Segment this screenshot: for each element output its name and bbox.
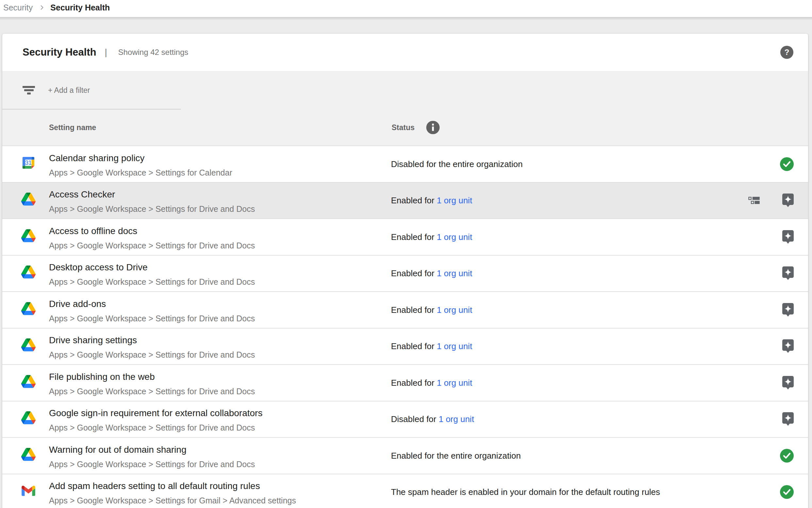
setting-status: Enabled for 1 org unit — [391, 268, 472, 279]
org-unit-link[interactable]: 1 org unit — [437, 378, 472, 387]
org-unit-link[interactable]: 1 org unit — [437, 305, 472, 314]
status-ok-check-icon — [780, 485, 794, 499]
setting-name: Drive sharing settings — [49, 334, 255, 346]
setting-status: Enabled for 1 org unit — [391, 378, 472, 388]
table-header: Setting name Status — [2, 110, 808, 146]
setting-path: Apps > Google Workspace > Settings for D… — [49, 204, 255, 214]
title-separator: | — [105, 47, 107, 57]
setting-status: Disabled for the entire organization — [391, 159, 523, 169]
settings-table: 31 Calendar sharing policy Apps > Google… — [2, 146, 808, 508]
security-health-card: Security Health | Showing 42 settings ? … — [2, 34, 808, 508]
info-icon[interactable] — [426, 121, 440, 134]
rules-applied-icon[interactable] — [748, 197, 760, 204]
setting-path: Apps > Google Workspace > Settings for D… — [49, 459, 255, 469]
recommendation-badge-icon[interactable] — [782, 412, 794, 426]
drive-app-icon — [21, 265, 36, 279]
status-ok-check-icon — [780, 157, 794, 171]
breadcrumb-current-page: Security Health — [50, 3, 110, 12]
setting-name: Desktop access to Drive — [49, 261, 255, 273]
setting-status: Disabled for 1 org unit — [391, 414, 474, 424]
settings-count: Showing 42 settings — [118, 48, 188, 57]
setting-path: Apps > Google Workspace > Settings for D… — [49, 386, 255, 396]
drive-app-icon — [21, 338, 36, 352]
filter-bar: + Add a filter — [2, 71, 808, 110]
drive-app-icon — [21, 193, 36, 206]
setting-name: Access to offline docs — [49, 225, 255, 237]
setting-path: Apps > Google Workspace > Settings for G… — [49, 495, 296, 506]
add-filter-button[interactable]: + Add a filter — [48, 86, 90, 95]
recommendation-badge-icon[interactable] — [782, 303, 794, 317]
setting-path: Apps > Google Workspace > Settings for D… — [49, 349, 255, 360]
drive-app-icon — [21, 411, 36, 425]
setting-name: Google sign-in requirement for external … — [49, 407, 262, 419]
recommendation-badge-icon[interactable] — [782, 194, 794, 207]
svg-text:?: ? — [784, 48, 790, 56]
table-row[interactable]: Drive sharing settings Apps > Google Wor… — [2, 329, 808, 365]
org-unit-link[interactable]: 1 org unit — [439, 414, 474, 424]
help-icon[interactable]: ? — [780, 46, 794, 59]
drive-app-icon — [21, 229, 36, 242]
recommendation-badge-icon[interactable] — [782, 339, 794, 353]
drive-app-icon — [21, 375, 36, 388]
table-row[interactable]: Access to offline docs Apps > Google Wor… — [2, 219, 808, 256]
recommendation-badge-icon[interactable] — [782, 376, 794, 390]
setting-name: Add spam headers setting to all default … — [49, 480, 296, 492]
table-row[interactable]: File publishing on the web Apps > Google… — [2, 365, 808, 401]
setting-name: Warning for out of domain sharing — [49, 443, 255, 455]
table-row[interactable]: Drive add-ons Apps > Google Workspace > … — [2, 292, 808, 329]
org-unit-link[interactable]: 1 org unit — [437, 196, 472, 205]
drive-app-icon — [21, 448, 36, 461]
recommendation-badge-icon[interactable] — [782, 266, 794, 280]
setting-status: Enabled for 1 org unit — [391, 196, 472, 206]
table-row[interactable]: Access Checker Apps > Google Workspace >… — [2, 183, 808, 219]
gmail-app-icon — [21, 485, 36, 496]
setting-path: Apps > Google Workspace > Settings for D… — [49, 240, 255, 251]
table-row[interactable]: Warning for out of domain sharing Apps >… — [2, 438, 808, 474]
recommendation-badge-icon[interactable] — [782, 230, 794, 244]
filter-icon[interactable] — [22, 86, 35, 94]
setting-path: Apps > Google Workspace > Settings for D… — [49, 277, 255, 287]
card-header: Security Health | Showing 42 settings ? — [2, 34, 808, 71]
breadcrumb-security-link[interactable]: Security — [3, 3, 33, 12]
org-unit-link[interactable]: 1 org unit — [437, 232, 472, 242]
org-unit-link[interactable]: 1 org unit — [437, 341, 472, 351]
setting-name: Calendar sharing policy — [49, 152, 232, 164]
setting-status: Enabled for 1 org unit — [391, 341, 472, 351]
setting-name: Drive add-ons — [49, 298, 255, 309]
setting-status: Enabled for 1 org unit — [391, 232, 472, 242]
table-row[interactable]: Desktop access to Drive Apps > Google Wo… — [2, 256, 808, 292]
column-header-status: Status — [392, 123, 415, 132]
table-row[interactable]: Google sign-in requirement for external … — [2, 401, 808, 438]
calendar-app-icon: 31 — [21, 157, 36, 169]
org-unit-link[interactable]: 1 org unit — [437, 268, 472, 278]
svg-text:31: 31 — [25, 160, 32, 166]
setting-path: Apps > Google Workspace > Settings for D… — [49, 422, 262, 433]
status-ok-check-icon — [780, 449, 794, 463]
drive-app-icon — [21, 302, 36, 315]
setting-status: Enabled for the entire organization — [391, 451, 521, 461]
column-header-setting-name: Setting name — [49, 123, 96, 132]
setting-path: Apps > Google Workspace > Settings for C… — [49, 167, 232, 178]
table-row[interactable]: 31 Calendar sharing policy Apps > Google… — [2, 146, 808, 183]
page-title: Security Health — [22, 46, 96, 58]
setting-status: Enabled for 1 org unit — [391, 305, 472, 315]
setting-name: File publishing on the web — [49, 371, 255, 382]
setting-status: The spam header is enabled in your domai… — [391, 487, 660, 497]
table-row[interactable]: Add spam headers setting to all default … — [2, 474, 808, 508]
setting-path: Apps > Google Workspace > Settings for D… — [49, 313, 255, 324]
setting-name: Access Checker — [49, 188, 255, 200]
chevron-right-icon — [40, 5, 44, 10]
page-background-band — [0, 17, 812, 34]
breadcrumb: Security Security Health — [0, 0, 812, 17]
